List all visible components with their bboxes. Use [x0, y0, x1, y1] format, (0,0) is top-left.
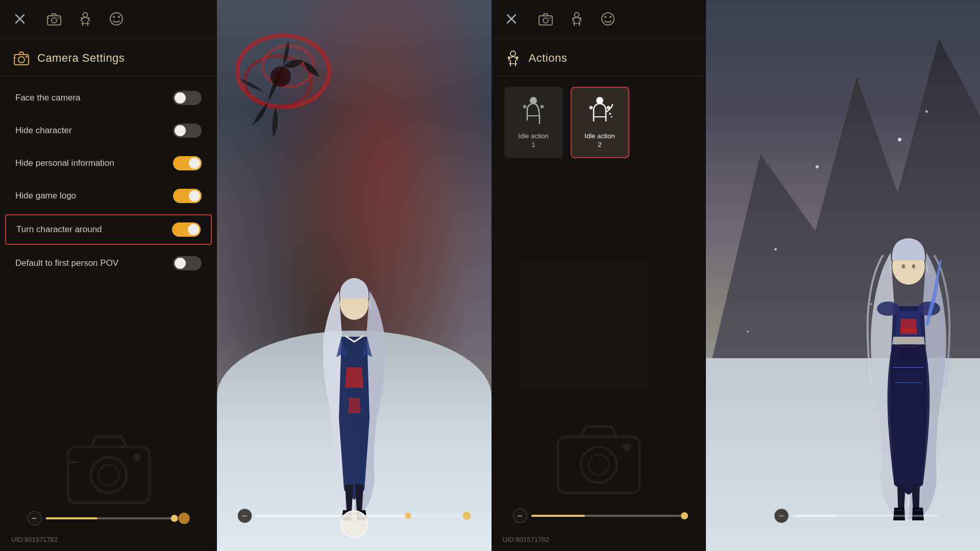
idle-action-1-icon: [518, 95, 549, 126]
svg-point-27: [543, 18, 548, 23]
svg-point-16: [99, 465, 119, 485]
hide-personal-info-knob: [189, 158, 200, 169]
setting-turn-character-around: Turn character around: [5, 214, 212, 245]
default-first-person-toggle[interactable]: [173, 256, 202, 270]
red-swirl-decoration: [227, 31, 339, 173]
svg-point-37: [516, 57, 518, 59]
zoom-slider-far-right[interactable]: [793, 515, 939, 517]
idle-action-1-item[interactable]: Idle action1: [504, 87, 563, 158]
zoom-out-btn-right[interactable]: −: [513, 509, 527, 523]
zoom-out-btn-center[interactable]: −: [237, 509, 252, 523]
game-background-left: −: [217, 0, 492, 551]
zoom-slider-right[interactable]: [531, 515, 684, 517]
svg-point-40: [540, 105, 544, 108]
svg-point-6: [81, 17, 83, 19]
svg-point-30: [572, 17, 574, 19]
default-first-person-knob: [175, 258, 186, 269]
turn-character-around-toggle[interactable]: [172, 222, 201, 237]
character-mode-icon[interactable]: [76, 10, 94, 28]
svg-point-17: [133, 453, 141, 461]
svg-point-15: [91, 457, 127, 493]
uid-label-right: UID:801571782: [503, 536, 549, 543]
svg-point-29: [574, 13, 579, 17]
svg-point-35: [510, 51, 516, 56]
setting-hide-game-logo: Hide game logo: [0, 180, 217, 212]
svg-point-5: [83, 13, 88, 17]
setting-hide-personal-info: Hide personal information: [0, 147, 217, 180]
camera-settings-icon: [13, 49, 30, 67]
svg-point-43: [606, 106, 610, 109]
svg-point-50: [877, 302, 899, 316]
uid-label-left: UID:801571782: [11, 536, 58, 543]
actions-header: Actions: [492, 38, 706, 77]
idle-action-2-item[interactable]: Idle action2: [571, 87, 629, 158]
camera-settings-header: Camera Settings: [0, 38, 217, 77]
top-bar-left: [0, 0, 217, 38]
svg-point-49: [623, 443, 631, 451]
face-camera-knob: [175, 92, 186, 104]
actions-panel: Actions Idle action1: [492, 0, 706, 551]
actions-header-icon: [504, 49, 522, 67]
svg-point-22: [275, 70, 287, 83]
hide-game-logo-knob: [189, 190, 200, 202]
svg-point-47: [581, 447, 617, 483]
svg-point-32: [602, 13, 614, 25]
svg-point-53: [902, 264, 905, 268]
expression-icon-right[interactable]: [599, 10, 617, 28]
character-figure-right: [852, 235, 965, 520]
actions-title: Actions: [529, 52, 568, 65]
expression-mode-icon[interactable]: [107, 10, 126, 28]
svg-point-7: [88, 17, 90, 19]
svg-point-3: [52, 18, 57, 23]
camera-settings-panel: Camera Settings Face the camera Hide cha…: [0, 0, 217, 551]
hide-game-logo-label: Hide game logo: [15, 191, 76, 201]
shutter-button-left[interactable]: [340, 510, 368, 538]
svg-point-10: [118, 16, 120, 18]
top-icons-right: [536, 10, 617, 28]
camera-icon-right[interactable]: [536, 10, 555, 28]
game-viewport-right: −: [706, 0, 981, 551]
svg-point-39: [523, 105, 526, 108]
svg-point-31: [579, 17, 581, 19]
camera-watermark-left: [63, 427, 155, 520]
game-viewport-left: −: [217, 0, 492, 551]
zoom-out-button-left[interactable]: −: [27, 511, 41, 525]
zoom-out-btn-far-right[interactable]: −: [774, 509, 789, 523]
zoom-slider-left[interactable]: [45, 517, 175, 519]
hide-game-logo-toggle[interactable]: [173, 189, 202, 203]
setting-hide-character: Hide character: [0, 114, 217, 147]
zoom-in-button-left[interactable]: [179, 513, 190, 524]
svg-point-9: [113, 16, 115, 18]
svg-point-36: [507, 57, 510, 59]
character-figure-left: [308, 276, 400, 520]
hide-character-knob: [175, 125, 186, 136]
face-camera-toggle[interactable]: [173, 91, 202, 105]
actions-grid: Idle action1 Idle action2: [492, 77, 706, 168]
svg-point-44: [609, 113, 611, 115]
turn-character-around-knob: [188, 224, 199, 235]
svg-point-8: [110, 13, 122, 25]
camera-mode-icon[interactable]: [45, 10, 63, 28]
svg-point-34: [609, 16, 611, 18]
close-button-left[interactable]: [10, 9, 30, 29]
zoom-in-indicator-center: [462, 512, 471, 520]
hide-personal-info-label: Hide personal information: [15, 158, 114, 168]
game-background-right: −: [706, 0, 981, 551]
hide-character-toggle[interactable]: [173, 123, 202, 138]
svg-point-28: [549, 17, 551, 19]
camera-watermark-right: [553, 416, 645, 510]
top-bar-right: [492, 0, 706, 38]
character-icon-right[interactable]: [568, 10, 586, 28]
svg-point-54: [912, 264, 915, 268]
hide-character-label: Hide character: [15, 126, 72, 136]
svg-point-12: [18, 57, 24, 63]
close-button-right[interactable]: [502, 9, 521, 29]
setting-face-camera: Face the camera: [0, 82, 217, 114]
svg-point-4: [58, 17, 60, 19]
default-first-person-label: Default to first person POV: [15, 258, 118, 268]
top-icons-left: [45, 10, 126, 28]
setting-default-first-person: Default to first person POV: [0, 247, 217, 280]
camera-settings-title: Camera Settings: [37, 52, 125, 65]
hide-personal-info-toggle[interactable]: [173, 156, 202, 170]
svg-point-48: [589, 455, 609, 475]
